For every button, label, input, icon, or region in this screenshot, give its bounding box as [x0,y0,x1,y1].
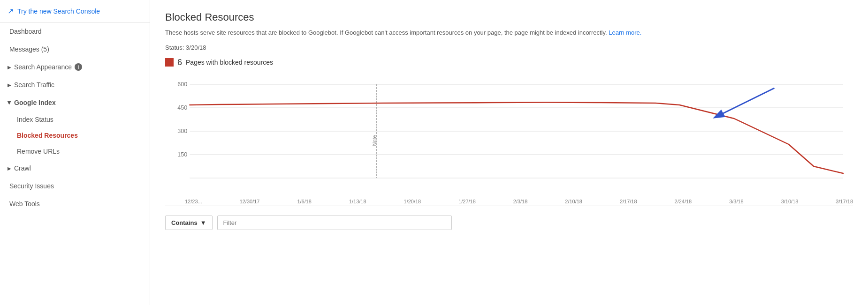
filter-input[interactable] [217,216,452,230]
contains-button[interactable]: Contains ▼ [165,216,213,230]
main-content: Blocked Resources These hosts serve site… [150,0,868,305]
info-icon: i [75,63,82,71]
sidebar-item-index-status[interactable]: Index Status [0,112,150,127]
external-link-icon: ↗ [8,7,14,15]
arrow-icon: ▶ [8,82,11,88]
x-labels: 12/23... 12/30/17 1/6/18 1/13/18 1/20/18… [165,197,853,206]
sidebar-item-search-appearance[interactable]: ▶ Search Appearance i [0,58,150,76]
arrow-icon: ▶ [7,101,12,104]
try-new-label: Try the new Search Console [17,7,100,15]
status-line: Status: 3/20/18 [165,44,853,51]
sidebar-item-web-tools[interactable]: Web Tools [0,195,150,213]
legend-color-box [165,58,174,67]
sidebar-item-security-issues[interactable]: Security Issues [0,177,150,195]
svg-text:Note: Note [372,135,377,146]
sidebar-item-messages[interactable]: Messages (5) [0,40,150,58]
sidebar-item-search-traffic[interactable]: ▶ Search Traffic [0,76,150,94]
legend-row: 6 Pages with blocked resources [165,58,853,67]
arrow-icon: ▶ [8,65,11,70]
dropdown-arrow-icon: ▼ [200,219,206,226]
svg-text:150: 150 [177,151,187,158]
svg-text:600: 600 [177,81,187,88]
sidebar-item-dashboard[interactable]: Dashboard [0,22,150,40]
chart-container: 600 450 300 150 Note [165,75,853,206]
sidebar-item-blocked-resources[interactable]: Blocked Resources [0,127,150,143]
description: These hosts serve site resources that ar… [165,28,681,37]
sidebar: ↗ Try the new Search Console Dashboard M… [0,0,150,305]
legend-label: Pages with blocked resources [186,59,273,66]
arrow-icon: ▶ [8,166,11,171]
sidebar-item-remove-urls[interactable]: Remove URLs [0,143,150,159]
learn-more-link[interactable]: Learn more. [609,29,641,36]
filter-row: Contains ▼ [165,216,853,230]
svg-text:300: 300 [177,128,187,134]
page-title: Blocked Resources [165,11,853,23]
sidebar-item-google-index[interactable]: ▶ Google Index [0,94,150,112]
chart-svg: 600 450 300 150 Note [165,75,853,197]
svg-text:450: 450 [177,104,187,111]
try-new-search-console[interactable]: ↗ Try the new Search Console [0,0,150,22]
sidebar-item-crawl[interactable]: ▶ Crawl [0,159,150,177]
svg-line-12 [716,88,775,117]
legend-count: 6 [177,58,182,67]
